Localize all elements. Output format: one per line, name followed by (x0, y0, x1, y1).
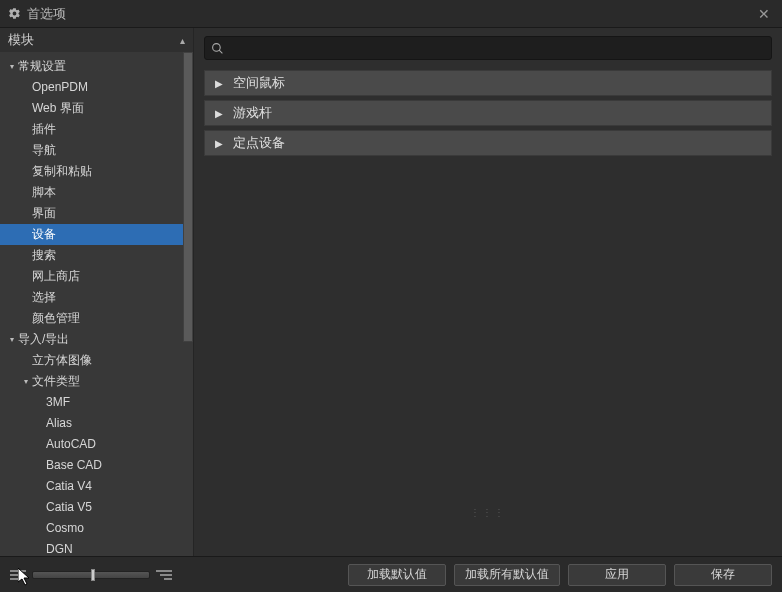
twisty-icon: ▾ (8, 329, 16, 350)
tree-item-label: 脚本 (32, 182, 56, 203)
tree-item-label: Catia V5 (46, 497, 92, 518)
tree: ▾常规设置OpenPDMWeb 界面插件导航复制和粘贴脚本界面设备搜索网上商店选… (0, 52, 193, 556)
tree-item-label: 界面 (32, 203, 56, 224)
tree-item-label: DGN (46, 539, 73, 556)
tree-item[interactable]: 颜色管理 (0, 308, 193, 329)
titlebar: 首选项 ✕ (0, 0, 782, 28)
tree-item[interactable]: Catia V5 (0, 497, 193, 518)
tree-item[interactable]: Alias (0, 413, 193, 434)
chevron-up-icon: ▴ (180, 35, 185, 46)
load-defaults-button[interactable]: 加载默认值 (348, 564, 446, 586)
tree-item-label: 设备 (32, 224, 56, 245)
tree-item[interactable]: ▾导入/导出 (0, 329, 193, 350)
tree-item[interactable]: 设备 (0, 224, 193, 245)
section-header[interactable]: ▶游戏杆 (204, 100, 772, 126)
tree-item-label: 搜索 (32, 245, 56, 266)
tree-item[interactable]: Base CAD (0, 455, 193, 476)
chevron-right-icon: ▶ (215, 138, 223, 149)
tree-item[interactable]: 导航 (0, 140, 193, 161)
content-area: ▶空间鼠标▶游戏杆▶定点设备 ⋮⋮⋮ (194, 28, 782, 556)
load-all-defaults-button[interactable]: 加载所有默认值 (454, 564, 560, 586)
close-icon[interactable]: ✕ (754, 6, 774, 22)
tree-item-label: 网上商店 (32, 266, 80, 287)
section-header[interactable]: ▶定点设备 (204, 130, 772, 156)
section-header[interactable]: ▶空间鼠标 (204, 70, 772, 96)
apply-button[interactable]: 应用 (568, 564, 666, 586)
resize-grip-icon: ⋮⋮⋮ (470, 507, 506, 518)
chevron-right-icon: ▶ (215, 78, 223, 89)
tree-item-label: 选择 (32, 287, 56, 308)
twisty-icon: ▾ (8, 56, 16, 77)
tree-item-label: Cosmo (46, 518, 84, 539)
sidebar: 模块 ▴ ▾常规设置OpenPDMWeb 界面插件导航复制和粘贴脚本界面设备搜索… (0, 28, 194, 556)
tree-item-label: 导入/导出 (18, 329, 69, 350)
window-title: 首选项 (27, 5, 754, 23)
tree-item[interactable]: 立方体图像 (0, 350, 193, 371)
twisty-icon: ▾ (22, 371, 30, 392)
tree-item[interactable]: 插件 (0, 119, 193, 140)
search-icon (211, 42, 224, 55)
tree-item[interactable]: Cosmo (0, 518, 193, 539)
tree-item[interactable]: 复制和粘贴 (0, 161, 193, 182)
search-input[interactable] (228, 41, 765, 55)
svg-line-1 (219, 50, 222, 53)
tree-item[interactable]: ▾文件类型 (0, 371, 193, 392)
tree-item[interactable]: 搜索 (0, 245, 193, 266)
tree-item-label: OpenPDM (32, 77, 88, 98)
tree-item-label: 常规设置 (18, 56, 66, 77)
tree-item[interactable]: 界面 (0, 203, 193, 224)
tree-item-label: Web 界面 (32, 98, 84, 119)
tree-item[interactable]: Catia V4 (0, 476, 193, 497)
tree-item-label: Base CAD (46, 455, 102, 476)
search-bar[interactable] (204, 36, 772, 60)
tree-item-label: 颜色管理 (32, 308, 80, 329)
svg-point-0 (213, 43, 221, 51)
tree-item[interactable]: Web 界面 (0, 98, 193, 119)
section-label: 定点设备 (233, 134, 285, 152)
tree-item-label: Catia V4 (46, 476, 92, 497)
tree-item[interactable]: 3MF (0, 392, 193, 413)
tree-item[interactable]: AutoCAD (0, 434, 193, 455)
tree-item-label: 3MF (46, 392, 70, 413)
section-label: 游戏杆 (233, 104, 272, 122)
sidebar-header[interactable]: 模块 ▴ (0, 28, 193, 52)
tree-item[interactable]: 网上商店 (0, 266, 193, 287)
sidebar-scrollbar[interactable] (183, 52, 193, 342)
tree-item[interactable]: 选择 (0, 287, 193, 308)
save-button[interactable]: 保存 (674, 564, 772, 586)
tree-item-label: 插件 (32, 119, 56, 140)
sidebar-header-label: 模块 (8, 31, 34, 49)
slider-thumb[interactable] (91, 569, 95, 581)
tree-item-label: 立方体图像 (32, 350, 92, 371)
zoom-slider[interactable] (32, 571, 150, 579)
tree-item-label: Alias (46, 413, 72, 434)
section-label: 空间鼠标 (233, 74, 285, 92)
footer: 加载默认值 加载所有默认值 应用 保存 (0, 556, 782, 592)
chevron-right-icon: ▶ (215, 108, 223, 119)
tree-item-label: 文件类型 (32, 371, 80, 392)
tree-item-label: 导航 (32, 140, 56, 161)
tree-item-label: AutoCAD (46, 434, 96, 455)
menu-left-icon[interactable] (10, 569, 26, 581)
tree-item[interactable]: DGN (0, 539, 193, 556)
menu-right-icon[interactable] (156, 569, 172, 581)
tree-item[interactable]: OpenPDM (0, 77, 193, 98)
tree-item-label: 复制和粘贴 (32, 161, 92, 182)
tree-item[interactable]: 脚本 (0, 182, 193, 203)
tree-item[interactable]: ▾常规设置 (0, 56, 193, 77)
gear-icon (8, 7, 21, 20)
